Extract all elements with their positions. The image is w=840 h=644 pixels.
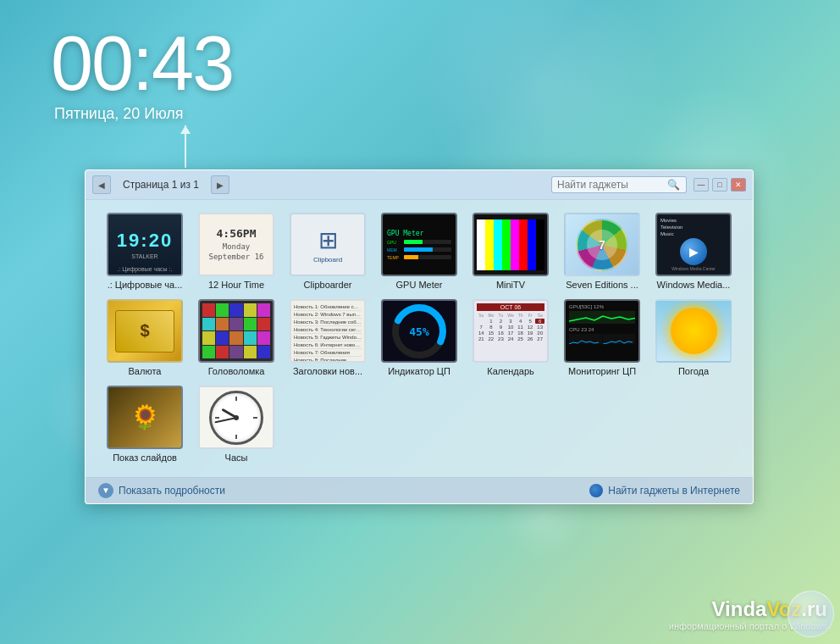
svg-text:45%: 45% [409,325,429,338]
watermark-vinda: Vinda [712,597,767,620]
title-bar-right: 🔍 — □ ✕ [551,176,746,193]
search-input[interactable] [557,179,667,191]
gadget-thumb-12hour: 4:56PM Monday September 16 [198,213,274,276]
gadget-thumb-slideshow: 🌻 [107,386,183,449]
find-online-button[interactable]: Найти гаджеты в Интернете [589,484,740,497]
bottom-bar: ▼ Показать подробности Найти гаджеты в И… [86,477,753,503]
gadget-item-weather[interactable]: Погода [651,299,736,377]
gadget-label-12hour: 12 Hour Time [208,280,264,291]
gadget-label-minitv: MiniTV [496,280,525,291]
analog-clock-face [209,391,263,445]
gadget-thumb-calendar: OCT 06 Su Mo Tu We Th Fr Sa 1 2 [472,299,549,363]
gadget-label-calendar: Календарь [487,366,534,377]
digital-clock-time: 19:20 [117,230,173,252]
gadget-thumb-weather [655,299,732,363]
gadget-thumb-windows-media: MoviesTelevisionMusic ▶ Windows Media Ce… [655,213,732,276]
gadget-thumb-cpu-indicator: 45% [381,299,457,363]
gadget-label-windows-media: Windows Media... [657,280,731,291]
show-details-icon: ▼ [98,483,113,498]
watermark: VindaVoz.ru информационный портал о Wind… [669,597,827,631]
gadgets-grid: 19:20 STALKER .: Цифровые часы :. .: Циф… [86,200,753,477]
gadget-thumb-monitoring: GPU[53C] 12% CPU 23 24 [564,299,640,363]
page-indicator: Страница 1 из 1 [116,177,206,192]
gadget-item-gpu-meter[interactable]: GPU Meter GPU MEM [377,213,461,291]
12hour-date-display2: September 16 [208,253,263,261]
clock-time: 00:43 [51,25,233,102]
gadget-item-calendar[interactable]: OCT 06 Su Mo Tu We Th Fr Sa 1 2 [468,299,553,377]
win-controls: — □ ✕ [694,178,746,192]
arrow-indicator [185,125,186,168]
gadgets-row-2: $ Валюта [102,299,736,377]
find-online-label: Найти гаджеты в Интернете [608,485,740,497]
gadget-item-headlines[interactable]: Новость 1: Обновление системы Новость 2:… [285,299,370,377]
gadget-thumb-currency: $ [107,299,183,363]
gadget-item-slideshow[interactable]: 🌻 Показ слайдов [102,386,187,464]
gadget-item-minitv[interactable]: MiniTV [468,213,553,291]
nav-prev-button[interactable]: ◀ [92,175,111,194]
gadget-item-clipboarder[interactable]: ⊞ Clipboard Clipboarder [285,213,370,291]
gadget-item-currency[interactable]: $ Валюта [102,299,187,377]
gadgets-row-1: 19:20 STALKER .: Цифровые часы :. .: Циф… [102,213,736,291]
gadget-thumb-puzzle [198,299,274,363]
gadget-thumb-analog-clock [198,386,274,449]
12hour-time-display: 4:56PM [217,228,257,240]
gadget-thumb-headlines: Новость 1: Обновление системы Новость 2:… [290,299,366,363]
gadget-label-cpu-indicator: Индикатор ЦП [388,366,450,377]
clock-center-dot [234,415,239,420]
gadget-item-puzzle[interactable]: Головоломка [194,299,279,377]
gadget-label-headlines: Заголовки нов... [293,366,362,377]
gadget-thumb-seven-editions: 7 [564,213,640,276]
title-bar: ◀ Страница 1 из 1 ▶ 🔍 — □ ✕ [86,170,753,200]
gadget-item-seven-editions[interactable]: 7 Seven Editions ... [560,213,644,291]
gadget-label-slideshow: Показ слайдов [113,452,177,464]
gadget-label-monitoring: Мониторинг ЦП [568,366,636,377]
gadget-label-gpu-meter: GPU Meter [395,280,442,291]
gadget-item-windows-media[interactable]: MoviesTelevisionMusic ▶ Windows Media Ce… [651,213,736,291]
close-button[interactable]: ✕ [731,178,746,192]
gadget-label-clipboarder: Clipboarder [304,280,352,291]
12hour-date-display: Monday [223,242,251,251]
gadget-thumb-gpu-meter: GPU Meter GPU MEM [381,213,457,276]
maximize-button[interactable]: □ [712,178,727,192]
clock-date: Пятница, 20 Июля [54,105,233,123]
gadget-item-cpu-indicator[interactable]: 45% Индикатор ЦП [377,299,461,377]
watermark-circle [788,591,834,637]
gadget-label-puzzle: Головоломка [208,366,265,377]
search-icon: 🔍 [667,179,680,191]
gadgets-row-3: 🌻 Показ слайдов [102,386,736,464]
gadget-label-currency: Валюта [129,366,162,377]
minimize-button[interactable]: — [694,178,709,192]
clock-display: 00:43 Пятница, 20 Июля [51,25,233,123]
search-box[interactable]: 🔍 [551,176,687,193]
gadget-label-weather: Погода [678,366,709,377]
gadget-thumb-minitv [472,213,549,276]
gadget-label-seven-editions: Seven Editions ... [566,280,638,291]
gadget-item-analog-clock[interactable]: Часы [194,386,279,464]
title-bar-left: ◀ Страница 1 из 1 ▶ [92,175,229,194]
gadget-thumb-clipboarder: ⊞ Clipboard [290,213,366,276]
show-details-label: Показать подробности [119,485,225,497]
nav-next-button[interactable]: ▶ [211,175,229,194]
gadget-label-analog-clock: Часы [225,452,248,464]
gadget-label-digital-clock: .: Цифровые ча... [108,280,183,291]
globe-icon [589,484,603,497]
gadget-item-12hour[interactable]: 4:56PM Monday September 16 12 Hour Time [194,213,279,291]
gadget-item-digital-clock[interactable]: 19:20 STALKER .: Цифровые часы :. .: Циф… [102,213,187,291]
gadget-thumb-digital-clock: 19:20 STALKER .: Цифровые часы :. [107,213,183,276]
gadget-panel-window: ◀ Страница 1 из 1 ▶ 🔍 — □ ✕ 19:20 [85,169,754,504]
gadget-item-monitoring[interactable]: GPU[53C] 12% CPU 23 24 [560,299,644,377]
show-details-button[interactable]: ▼ Показать подробности [98,483,225,498]
digital-clock-label: .: Цифровые часы :. [118,266,173,272]
